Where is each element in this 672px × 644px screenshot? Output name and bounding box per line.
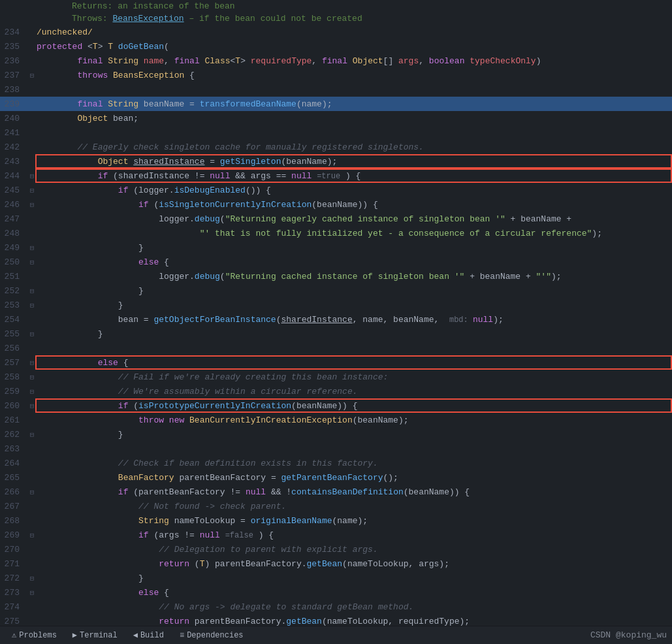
code-270: // Delegation to parent with explicit ar… — [37, 545, 667, 555]
line-num-271: 271 — [0, 559, 27, 569]
code-267: // Not found -> check parent. — [37, 502, 667, 511]
line-num-263: 263 — [0, 444, 27, 454]
code-245: if (logger.isDebugEnabled()) { — [37, 185, 667, 195]
line-num-264: 264 — [0, 459, 27, 468]
code-260: if (isPrototypeCurrentlyInCreation(beanN… — [37, 401, 667, 411]
code-242: // Eagerly check singleton cache for man… — [37, 142, 667, 152]
line-246: 246 ⊟ if (isSingletonCurrentlyInCreation… — [0, 197, 672, 212]
line-num-243: 243 — [0, 157, 27, 167]
line-239: 239 final String beanName = transformedB… — [0, 97, 672, 111]
code-235: protected <T> T doGetBean( — [37, 42, 667, 52]
line-num-244: 244 — [0, 171, 27, 181]
code-274: // No args -> delegate to standard getBe… — [37, 602, 667, 612]
fold-260: ⊟ — [27, 402, 37, 410]
doc-comment-throws: Throws: BeansException – if the bean cou… — [0, 12, 672, 25]
line-266: 266 ⊟ if (parentBeanFactory != null && !… — [0, 485, 672, 499]
code-262: } — [37, 430, 667, 440]
fold-266: ⊟ — [27, 488, 37, 496]
fold-262: ⊟ — [27, 430, 37, 439]
line-num-265: 265 — [0, 473, 27, 483]
fold-269: ⊟ — [27, 531, 37, 539]
fold-245: ⊟ — [27, 186, 37, 195]
line-num-261: 261 — [0, 415, 27, 425]
code-271: return (T) parentBeanFactory.getBean(nam… — [37, 559, 667, 569]
line-254: 254 bean = getObjectForBeanInstance(shar… — [0, 312, 672, 327]
tab-build[interactable]: ◀ Build — [127, 629, 170, 641]
fold-249: ⊟ — [27, 244, 37, 252]
line-num-269: 269 — [0, 530, 27, 540]
code-254: bean = getObjectForBeanInstance(sharedIn… — [37, 315, 667, 325]
line-num-268: 268 — [0, 516, 27, 526]
line-253: 253 ⊟ } — [0, 298, 672, 312]
dependencies-icon: ≡ — [180, 631, 184, 640]
line-243: 243 Object sharedInstance = getSingleton… — [0, 154, 672, 169]
fold-273: ⊟ — [27, 588, 37, 597]
line-263: 263 — [0, 442, 672, 456]
code-237: throws BeansException { — [37, 71, 667, 80]
watermark: CSDN @koping_wu — [590, 630, 667, 640]
line-242: 242 // Eagerly check singleton cache for… — [0, 140, 672, 154]
line-234: 234 /unchecked/ — [0, 25, 672, 39]
tab-dependencies[interactable]: ≡ Dependencies — [173, 630, 250, 641]
throws-link[interactable]: BeansException — [112, 14, 184, 24]
doc-comment-returns: Returns: an instance of the bean — [0, 0, 672, 12]
code-240: Object bean; — [37, 114, 667, 123]
line-267: 267 // Not found -> check parent. — [0, 499, 672, 513]
code-area: 234 /unchecked/ 235 protected <T> T doGe… — [0, 25, 672, 626]
line-num-262: 262 — [0, 430, 27, 440]
line-num-245: 245 — [0, 185, 27, 195]
tab-problems[interactable]: ⚠ Problems — [5, 629, 63, 641]
build-icon: ◀ — [133, 630, 138, 640]
line-num-266: 266 — [0, 487, 27, 497]
line-272: 272 ⊟ } — [0, 571, 672, 585]
line-num-260: 260 — [0, 401, 27, 411]
tab-problems-label: Problems — [19, 631, 57, 640]
tab-terminal-label: Terminal — [80, 631, 118, 640]
code-236: final String name, final Class<T> requir… — [37, 56, 667, 66]
code-244: if (sharedInstance != null && args == nu… — [37, 171, 667, 181]
line-num-270: 270 — [0, 545, 27, 555]
fold-250: ⊟ — [27, 258, 37, 266]
line-num-246: 246 — [0, 200, 27, 210]
line-240: 240 Object bean; — [0, 111, 672, 125]
line-num-236: 236 — [0, 56, 27, 66]
code-container: Returns: an instance of the bean Throws:… — [0, 0, 672, 644]
line-num-235: 235 — [0, 42, 27, 52]
tab-dependencies-label: Dependencies — [187, 631, 243, 640]
line-num-249: 249 — [0, 243, 27, 253]
code-266: if (parentBeanFactory != null && !contai… — [37, 487, 667, 497]
line-num-267: 267 — [0, 502, 27, 511]
line-num-255: 255 — [0, 329, 27, 339]
fold-237: ⊟ — [27, 71, 37, 80]
fold-258: ⊟ — [27, 373, 37, 381]
line-num-247: 247 — [0, 214, 27, 224]
line-271: 271 return (T) parentBeanFactory.getBean… — [0, 556, 672, 571]
problems-icon: ⚠ — [12, 630, 16, 640]
line-num-241: 241 — [0, 128, 27, 138]
line-265: 265 BeanFactory parentBeanFactory = getP… — [0, 470, 672, 485]
tab-terminal[interactable]: ▶ Terminal — [66, 629, 124, 641]
line-num-240: 240 — [0, 114, 27, 123]
tab-build-label: Build — [140, 631, 164, 640]
line-num-275: 275 — [0, 617, 27, 626]
line-num-248: 248 — [0, 229, 27, 238]
line-270: 270 // Delegation to parent with explici… — [0, 542, 672, 556]
line-250: 250 ⊟ else { — [0, 255, 672, 269]
bottom-bar: ⚠ Problems ▶ Terminal ◀ Build ≡ Dependen… — [0, 626, 672, 644]
returns-text: Returns: an instance of the bean — [72, 1, 235, 11]
line-261: 261 throw new BeanCurrentlyInCreationExc… — [0, 413, 672, 427]
line-num-259: 259 — [0, 387, 27, 396]
code-264: // Check if bean definition exists in th… — [37, 459, 667, 468]
fold-257: ⊟ — [27, 359, 37, 367]
line-num-272: 272 — [0, 573, 27, 583]
line-273: 273 ⊟ else { — [0, 585, 672, 600]
line-249: 249 ⊟ } — [0, 240, 672, 255]
line-245: 245 ⊟ if (logger.isDebugEnabled()) { — [0, 183, 672, 197]
line-num-234: 234 — [0, 27, 27, 37]
line-257: 257 ⊟ else { — [0, 355, 672, 370]
line-num-253: 253 — [0, 300, 27, 310]
code-269: if (args != null =false ) { — [37, 530, 667, 540]
terminal-icon: ▶ — [72, 630, 77, 640]
fold-244: ⊟ — [27, 172, 37, 180]
line-num-258: 258 — [0, 372, 27, 382]
